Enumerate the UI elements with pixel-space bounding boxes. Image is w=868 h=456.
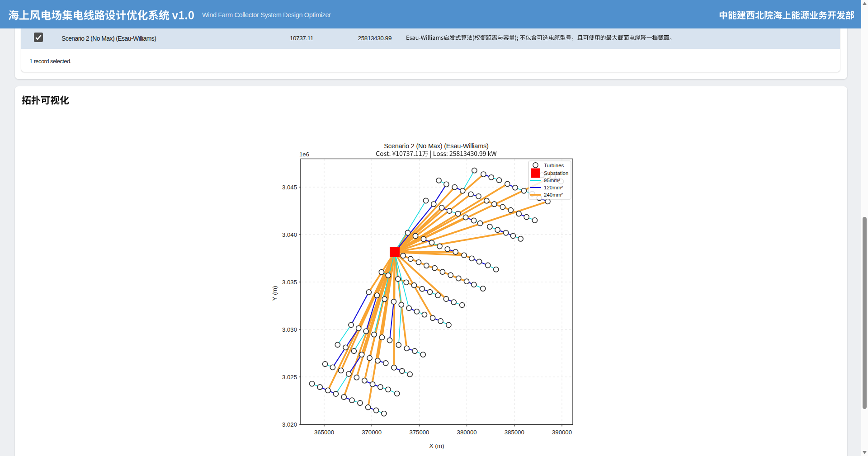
svg-text:380000: 380000 — [457, 429, 477, 436]
svg-text:240mm²: 240mm² — [544, 192, 563, 197]
svg-text:3.020: 3.020 — [282, 421, 297, 428]
svg-text:375000: 375000 — [409, 429, 429, 436]
svg-text:3.025: 3.025 — [282, 374, 297, 381]
svg-text:385000: 385000 — [505, 429, 524, 436]
svg-text:Substation: Substation — [544, 170, 568, 176]
svg-text:120mm²: 120mm² — [544, 185, 563, 190]
svg-text:95mm²: 95mm² — [544, 178, 560, 183]
svg-text:X (m): X (m) — [429, 442, 444, 449]
svg-text:3.030: 3.030 — [282, 326, 297, 333]
svg-text:3.035: 3.035 — [282, 279, 297, 286]
svg-text:Turbines: Turbines — [544, 163, 564, 168]
svg-text:3.040: 3.040 — [282, 231, 297, 238]
svg-text:1e6: 1e6 — [299, 151, 309, 158]
svg-text:Scenario 2 (No Max) (Esau-Will: Scenario 2 (No Max) (Esau-Williams) — [384, 142, 489, 150]
svg-text:365000: 365000 — [314, 429, 334, 436]
svg-text:Y (m): Y (m) — [271, 286, 278, 301]
svg-text:3.045: 3.045 — [282, 184, 297, 191]
svg-text:390000: 390000 — [552, 429, 572, 436]
svg-text:370000: 370000 — [362, 429, 382, 436]
